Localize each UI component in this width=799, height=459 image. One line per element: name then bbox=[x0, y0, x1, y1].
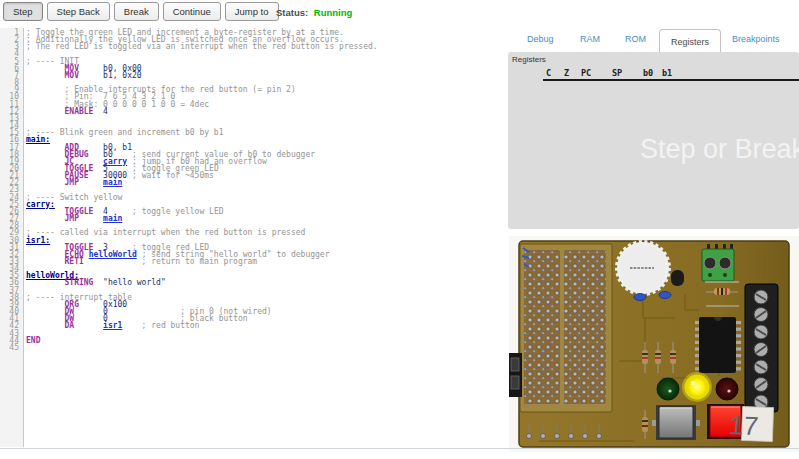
registers-header-rule bbox=[543, 79, 799, 81]
line-number: 7 bbox=[0, 72, 23, 79]
oscillator-disc bbox=[617, 242, 669, 294]
tab-registers[interactable]: Registers bbox=[659, 29, 721, 53]
code-line: 33 RETI ; return to main program bbox=[0, 258, 378, 265]
green-terminal-block bbox=[702, 244, 734, 281]
register-column-z: Z bbox=[564, 68, 569, 78]
status-value: Running bbox=[314, 7, 353, 18]
register-column-c: C bbox=[546, 68, 551, 78]
code-line: 44END bbox=[0, 337, 378, 344]
status: Status: Running bbox=[276, 7, 352, 18]
code-line: 29; ---- called via interrupt when the r… bbox=[0, 229, 378, 236]
register-column-pc: PC bbox=[581, 68, 591, 78]
green-led bbox=[657, 378, 679, 400]
red-led bbox=[716, 378, 738, 400]
status-label: Status: bbox=[276, 7, 308, 18]
usb-connector bbox=[509, 353, 522, 397]
line-number: 3 bbox=[0, 43, 23, 50]
sticker-number: 17 bbox=[728, 410, 760, 441]
line-number: 2 bbox=[0, 36, 23, 43]
registers-panel-title: Registers bbox=[512, 55, 546, 64]
code-line: 45 bbox=[0, 344, 378, 351]
register-column-sp: SP bbox=[612, 68, 622, 78]
tab-bar: DebugRAMROMRegistersBreakpoints bbox=[508, 28, 799, 53]
code-line: 12 ENABLE 4 bbox=[0, 108, 378, 115]
simulator-app: StepStep BackBreakContinueJump to Status… bbox=[0, 0, 799, 459]
line-number: 8 bbox=[0, 79, 23, 86]
toolbar-buttons: StepStep BackBreakContinueJump to bbox=[3, 2, 279, 21]
gray-push-button[interactable] bbox=[652, 405, 700, 440]
line-number: 6 bbox=[0, 65, 23, 72]
sub-board bbox=[520, 244, 612, 412]
tab-breakpoints[interactable]: Breakpoints bbox=[732, 34, 780, 44]
line-number: 45 bbox=[0, 344, 23, 351]
code-line: 3; The red LED is toggled via an interru… bbox=[0, 43, 378, 50]
line-number: 5 bbox=[0, 58, 23, 65]
label-sticker: 17 bbox=[728, 406, 774, 442]
tab-rom[interactable]: ROM bbox=[625, 34, 646, 44]
board-photo: 17 bbox=[509, 236, 799, 452]
register-column-b1: b1 bbox=[662, 68, 672, 78]
code-line: 7 MOV b1, 0x20 bbox=[0, 72, 378, 79]
code-editor[interactable]: 1; Toggle the green LED and increment a … bbox=[0, 28, 500, 447]
code-line: 13 bbox=[0, 115, 378, 122]
line-number: 4 bbox=[0, 50, 23, 57]
registers-panel: Registers CZPCSPb0b1 Step or Break t bbox=[508, 52, 799, 229]
code-line: 36 STRING "hello world" bbox=[0, 279, 378, 286]
code-line: 15; ---- Blink green and increment b0 by… bbox=[0, 129, 378, 136]
register-column-b0: b0 bbox=[643, 68, 653, 78]
tab-debug[interactable]: Debug bbox=[527, 34, 554, 44]
jump-to-button[interactable]: Jump to bbox=[225, 2, 279, 21]
code-lines: 1; Toggle the green LED and increment a … bbox=[0, 29, 378, 351]
transistor bbox=[671, 270, 684, 286]
line-number: 1 bbox=[0, 29, 23, 36]
code-line: 24; ---- Switch yellow bbox=[0, 194, 378, 201]
step-button[interactable]: Step bbox=[3, 2, 43, 21]
toolbar: StepStep BackBreakContinueJump to Status… bbox=[0, 0, 799, 26]
continue-button[interactable]: Continue bbox=[163, 2, 221, 21]
dip-ic bbox=[695, 317, 741, 373]
code-line: 43 bbox=[0, 330, 378, 337]
step-back-button[interactable]: Step Back bbox=[47, 2, 110, 21]
code-line: 42 DA isr1 ; red button bbox=[0, 322, 378, 329]
break-button[interactable]: Break bbox=[114, 2, 159, 21]
screw-terminal bbox=[745, 284, 778, 412]
yellow-led bbox=[682, 372, 712, 402]
tab-ram[interactable]: RAM bbox=[580, 34, 600, 44]
watermark-text: Step or Break t bbox=[640, 134, 799, 165]
code-line: 27 JMP main bbox=[0, 215, 378, 222]
bottom-divider bbox=[0, 448, 799, 449]
code-line: 22 JMP main bbox=[0, 179, 378, 186]
